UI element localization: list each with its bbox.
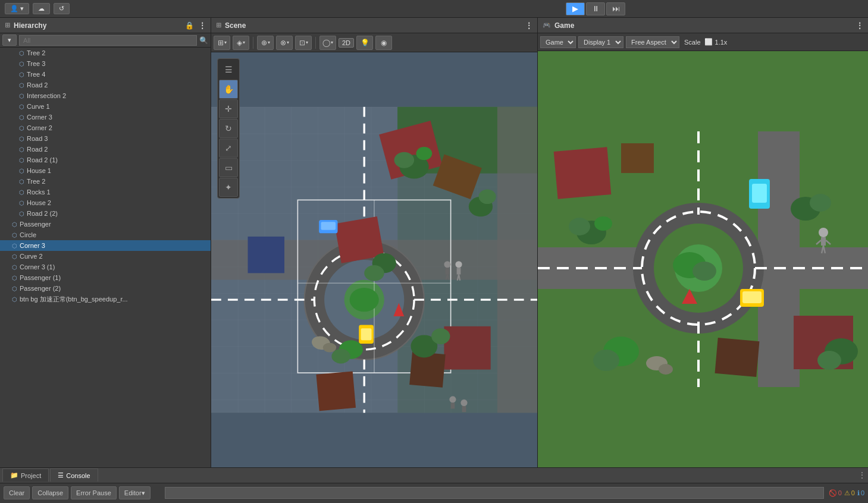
editor-dropdown-button[interactable]: Editor ▾: [119, 486, 151, 499]
transform-tool-btn[interactable]: ⊞: [214, 36, 230, 50]
display-select[interactable]: Display 1: [578, 36, 623, 48]
hierarchy-menu-icon[interactable]: ⋮: [199, 21, 206, 30]
hierarchy-item[interactable]: ⬡Road 2: [0, 80, 211, 90]
svg-rect-50: [451, 403, 455, 408]
game-menu-icon[interactable]: ⋮: [856, 21, 863, 30]
clear-button[interactable]: Clear: [4, 486, 30, 499]
history-button[interactable]: ↺: [54, 3, 70, 14]
custom-tool-btn[interactable]: ✦: [219, 178, 238, 197]
svg-point-54: [331, 349, 350, 364]
scene-header: ⊞ Scene ⋮: [211, 18, 537, 33]
svg-rect-57: [758, 131, 800, 387]
collapse-button[interactable]: Collapse: [32, 486, 68, 499]
hierarchy-item[interactable]: ⬡Corner 3 (1): [0, 262, 211, 272]
game-mode-select[interactable]: Game: [540, 36, 576, 48]
svg-point-80: [692, 262, 716, 281]
item-cube-icon: ⬡: [19, 82, 24, 89]
info-count: 0: [861, 489, 864, 496]
hierarchy-item[interactable]: ⬡Road 2: [0, 144, 211, 155]
move-tool-btn[interactable]: ✛: [219, 99, 238, 118]
hierarchy-item[interactable]: ⬡House 2: [0, 197, 211, 208]
scene-toolbar: ⊞ ◈ ⊕ ⊗ ⊡ ◯ 2D 💡 ◉: [211, 33, 537, 52]
step-icon: ⏭: [612, 4, 620, 13]
hierarchy-item[interactable]: ⬡Tree 3: [0, 58, 211, 69]
snap-tool-btn[interactable]: ⊡: [295, 36, 312, 50]
item-cube-icon: ⬡: [12, 232, 17, 238]
rotate-tool-btn[interactable]: ↻: [219, 119, 238, 138]
console-tab[interactable]: ☰ Console: [50, 469, 98, 482]
pivot-tool-btn[interactable]: ⊕: [257, 36, 274, 50]
2d-badge[interactable]: 2D: [339, 38, 354, 48]
info-icon: ℹ: [857, 489, 860, 497]
global-tool-btn[interactable]: ⊗: [276, 36, 293, 50]
scene-viewport[interactable]: [211, 52, 537, 467]
hierarchy-item[interactable]: ⬡Passenger (2): [0, 283, 211, 294]
item-cube-icon: ⬡: [19, 125, 24, 131]
hierarchy-item[interactable]: ⬡Curve 2: [0, 251, 211, 262]
svg-point-25: [394, 152, 415, 168]
hierarchy-item[interactable]: ⬡House 1: [0, 165, 211, 176]
item-cube-icon: ⬡: [19, 93, 24, 99]
project-tab[interactable]: 📁 Project: [2, 469, 49, 482]
hierarchy-item[interactable]: ⬡Corner 3: [0, 240, 211, 251]
hierarchy-item[interactable]: ⬡Rocks 1: [0, 187, 211, 197]
hierarchy-search-input[interactable]: [19, 35, 197, 46]
item-cube-icon: ⬡: [19, 189, 24, 196]
svg-rect-69: [715, 338, 760, 377]
account-button[interactable]: 👤 ▾: [5, 3, 29, 14]
scale-label: Scale: [684, 39, 701, 46]
cloud-button[interactable]: ☁: [33, 3, 50, 14]
render-tool-btn[interactable]: ◯: [319, 36, 336, 50]
item-cube-icon: ⬡: [19, 114, 24, 121]
hierarchy-item[interactable]: ⬡btn bg 加速正常(btn_bg_speedup_r...: [0, 294, 211, 304]
game-header: 🎮 Game ⋮: [538, 18, 868, 33]
pause-button[interactable]: ⏸: [586, 2, 605, 15]
rect-transform-btn[interactable]: ▭: [219, 158, 238, 177]
item-cube-icon: ⬡: [12, 296, 17, 303]
scene-menu-icon[interactable]: ⋮: [525, 21, 532, 30]
item-cube-icon: ⬡: [19, 61, 24, 67]
hierarchy-dropdown-btn[interactable]: ▾: [2, 34, 17, 46]
top-toolbar: 👤 ▾ ☁ ↺ ▶ ⏸ ⏭: [0, 0, 868, 18]
hierarchy-item[interactable]: ⬡Road 2 (2): [0, 208, 211, 219]
object-tool-btn[interactable]: ◈: [233, 36, 249, 50]
game-content: [538, 51, 868, 467]
console-search-input[interactable]: [165, 487, 824, 499]
svg-point-78: [817, 351, 841, 370]
scene-content: ☰ ✋ ✛ ↻ ⤢ ▭ ✦: [211, 52, 537, 467]
audio-tool-btn[interactable]: ◉: [375, 36, 392, 50]
scale-tool-btn[interactable]: ⤢: [219, 139, 238, 158]
bottom-menu-icon[interactable]: ⋮: [858, 471, 866, 479]
hierarchy-item[interactable]: ⬡Road 3: [0, 133, 211, 144]
error-pause-button[interactable]: Error Pause: [71, 486, 117, 499]
hierarchy-item[interactable]: ⬡Curve 1: [0, 101, 211, 112]
hierarchy-item[interactable]: ⬡Tree 2: [0, 176, 211, 187]
svg-rect-23: [316, 372, 356, 411]
play-button[interactable]: ▶: [566, 2, 585, 15]
bottom-tabs: 📁 Project ☰ Console ⋮: [0, 468, 868, 483]
step-button[interactable]: ⏭: [606, 2, 625, 15]
hierarchy-item[interactable]: ⬡Circle: [0, 230, 211, 240]
item-cube-icon: ⬡: [12, 264, 17, 271]
hierarchy-item[interactable]: ⬡Tree 2: [0, 48, 211, 58]
svg-point-33: [479, 189, 496, 204]
hierarchy-item[interactable]: ⬡Road 2 (1): [0, 155, 211, 165]
game-viewport[interactable]: [538, 51, 868, 467]
svg-point-30: [431, 328, 450, 344]
hierarchy-item[interactable]: ⬡Corner 3: [0, 112, 211, 122]
item-cube-icon: ⬡: [19, 136, 24, 142]
toolbar-divider-2: [315, 37, 316, 49]
hierarchy-item[interactable]: ⬡Corner 2: [0, 122, 211, 133]
light-tool-btn[interactable]: 💡: [356, 36, 373, 50]
svg-rect-45: [457, 268, 461, 274]
main-layout: ⊞ Hierarchy 🔒 ⋮ ▾ 🔍 ⬡Tree 2⬡Tree 3⬡Tree …: [0, 18, 868, 467]
hierarchy-item[interactable]: ⬡Passenger: [0, 219, 211, 230]
hand-tool-btn[interactable]: ✋: [219, 80, 238, 99]
aspect-select[interactable]: Free Aspect: [626, 36, 679, 48]
hierarchy-item[interactable]: ⬡Passenger (1): [0, 272, 211, 283]
hierarchy-item[interactable]: ⬡Tree 4: [0, 69, 211, 80]
account-icon: 👤: [10, 5, 18, 12]
svg-rect-21: [444, 326, 490, 370]
hierarchy-item[interactable]: ⬡Intersection 2: [0, 90, 211, 101]
game-panel: 🎮 Game ⋮ Game Display 1 Free Aspect Scal…: [538, 18, 868, 467]
